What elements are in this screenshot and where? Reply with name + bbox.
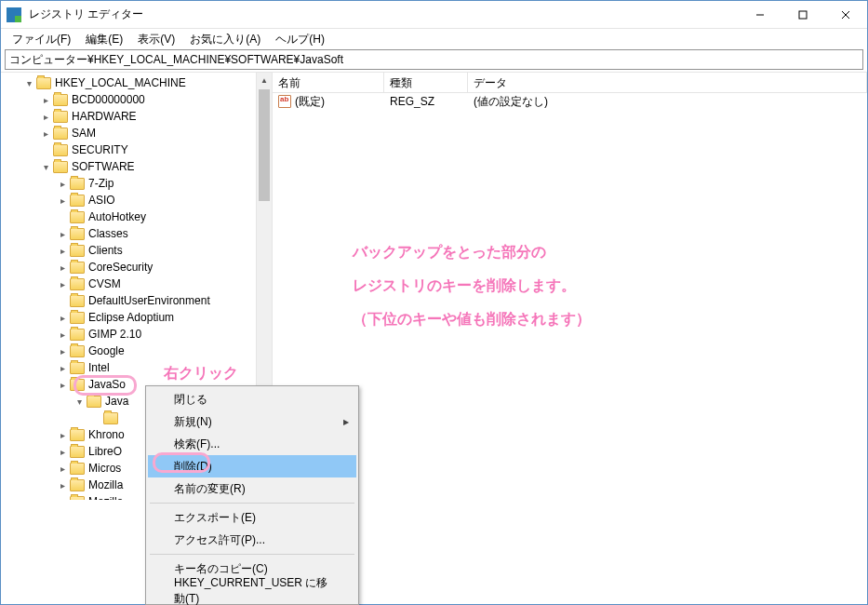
tree-item[interactable]: AutoHotkey bbox=[1, 208, 272, 225]
folder-icon bbox=[70, 262, 85, 274]
tree-item[interactable]: ▸Google bbox=[1, 343, 272, 359]
folder-icon bbox=[70, 379, 85, 391]
folder-icon bbox=[70, 195, 85, 207]
value-list-panel: 名前 種類 データ (既定) REG_SZ (値の設定なし) bbox=[273, 73, 867, 500]
expander-icon[interactable]: ▸ bbox=[38, 92, 53, 107]
expander-icon[interactable] bbox=[55, 293, 70, 308]
scroll-up-button[interactable]: ▲ bbox=[257, 73, 272, 88]
ctx-new[interactable]: 新規(N) bbox=[148, 410, 356, 433]
folder-icon bbox=[70, 429, 85, 441]
menu-file[interactable]: ファイル(F) bbox=[5, 30, 78, 49]
folder-icon bbox=[70, 463, 85, 475]
expander-icon[interactable] bbox=[55, 209, 70, 224]
close-button[interactable] bbox=[824, 1, 867, 29]
folder-icon bbox=[70, 278, 85, 290]
address-bar[interactable]: コンピューター¥HKEY_LOCAL_MACHINE¥SOFTWARE¥Java… bbox=[5, 49, 863, 70]
expander-icon[interactable]: ▸ bbox=[38, 126, 53, 141]
tree-label: HARDWARE bbox=[72, 110, 137, 123]
menu-favorites[interactable]: お気に入り(A) bbox=[182, 30, 268, 49]
tree-label: Google bbox=[88, 344, 125, 357]
expander-icon[interactable]: ▾ bbox=[38, 159, 53, 174]
tree-label: Micros bbox=[88, 462, 121, 475]
expander-icon[interactable]: ▸ bbox=[55, 444, 70, 459]
expander-icon[interactable]: ▸ bbox=[55, 260, 70, 275]
folder-icon bbox=[70, 496, 85, 501]
ctx-separator bbox=[150, 554, 354, 555]
expander-icon[interactable]: ▸ bbox=[55, 377, 70, 392]
tree-item[interactable]: ▸SAM bbox=[1, 125, 272, 141]
tree-label: Eclipse Adoptium bbox=[88, 311, 174, 324]
expander-icon[interactable]: ▸ bbox=[55, 276, 70, 291]
tree-label: Mozilla bbox=[88, 495, 123, 500]
tree-label: SAM bbox=[72, 127, 96, 140]
expander-icon[interactable]: ▸ bbox=[55, 461, 70, 476]
ctx-permissions[interactable]: アクセス許可(P)... bbox=[148, 529, 356, 551]
col-type[interactable]: 種類 bbox=[384, 73, 468, 92]
tree-item[interactable]: ▸Eclipse Adoptium bbox=[1, 309, 272, 326]
col-data[interactable]: データ bbox=[468, 73, 867, 92]
expander-icon[interactable]: ▸ bbox=[55, 176, 70, 191]
tree-item-root[interactable]: ▾HKEY_LOCAL_MACHINE bbox=[1, 74, 272, 91]
expander-icon[interactable]: ▸ bbox=[55, 343, 70, 358]
expander-icon[interactable] bbox=[38, 142, 53, 157]
ctx-delete[interactable]: 削除(D) bbox=[148, 455, 356, 477]
tree-item[interactable]: ▸CVSM bbox=[1, 276, 272, 292]
tree-label: ASIO bbox=[88, 194, 115, 207]
tree-item[interactable]: ▸HARDWARE bbox=[1, 108, 272, 125]
menubar: ファイル(F) 編集(E) 表示(V) お気に入り(A) ヘルプ(H) bbox=[1, 29, 867, 49]
expander-icon[interactable] bbox=[88, 410, 103, 425]
expander-icon[interactable]: ▸ bbox=[55, 427, 70, 442]
expander-icon[interactable]: ▸ bbox=[55, 310, 70, 325]
menu-help[interactable]: ヘルプ(H) bbox=[268, 30, 332, 49]
maximize-button[interactable] bbox=[781, 1, 824, 29]
tree-item[interactable]: ▸GIMP 2.10 bbox=[1, 326, 272, 343]
expander-icon[interactable]: ▾ bbox=[72, 394, 87, 409]
expander-icon[interactable]: ▸ bbox=[38, 109, 53, 124]
expander-icon[interactable]: ▾ bbox=[21, 75, 36, 90]
folder-icon bbox=[70, 178, 85, 190]
expander-icon[interactable]: ▸ bbox=[55, 494, 70, 500]
ctx-separator bbox=[150, 503, 354, 504]
tree-item[interactable]: ▸Classes bbox=[1, 225, 272, 242]
tree-item[interactable]: ▸Clients bbox=[1, 242, 272, 259]
minimize-button[interactable] bbox=[739, 1, 781, 29]
expander-icon[interactable]: ▸ bbox=[55, 327, 70, 342]
ctx-goto-hkcu[interactable]: HKEY_CURRENT_USER に移動(T) bbox=[148, 580, 356, 602]
folder-icon bbox=[53, 144, 68, 156]
ctx-find[interactable]: 検索(F)... bbox=[148, 433, 356, 455]
ctx-rename[interactable]: 名前の変更(R) bbox=[148, 477, 356, 500]
menu-edit[interactable]: 編集(E) bbox=[78, 30, 130, 49]
expander-icon[interactable]: ▸ bbox=[55, 193, 70, 208]
value-type: REG_SZ bbox=[384, 94, 468, 109]
ctx-export[interactable]: エクスポート(E) bbox=[148, 506, 356, 529]
expander-icon[interactable]: ▸ bbox=[55, 243, 70, 258]
folder-icon bbox=[70, 345, 85, 357]
value-data: (値の設定なし) bbox=[468, 93, 554, 111]
tree-item[interactable]: ▸BCD00000000 bbox=[1, 91, 272, 108]
tree-item[interactable]: ▸CoreSecurity bbox=[1, 259, 272, 276]
tree-label: SOFTWARE bbox=[72, 160, 135, 173]
ctx-close[interactable]: 閉じる bbox=[148, 388, 356, 410]
col-name[interactable]: 名前 bbox=[273, 73, 384, 92]
folder-icon bbox=[53, 94, 68, 106]
menu-view[interactable]: 表示(V) bbox=[130, 30, 182, 49]
tree-item[interactable]: ▸Intel bbox=[1, 359, 272, 376]
expander-icon[interactable]: ▸ bbox=[55, 360, 70, 375]
tree-label: Mozilla bbox=[88, 478, 123, 491]
tree-label: AutoHotkey bbox=[88, 210, 146, 223]
value-row[interactable]: (既定) REG_SZ (値の設定なし) bbox=[273, 93, 867, 110]
tree-item[interactable]: SECURITY bbox=[1, 141, 272, 158]
expander-icon[interactable]: ▸ bbox=[55, 477, 70, 492]
tree-item[interactable]: ▾SOFTWARE bbox=[1, 158, 272, 175]
folder-icon bbox=[70, 362, 85, 374]
expander-icon[interactable]: ▸ bbox=[55, 226, 70, 241]
scroll-thumb[interactable] bbox=[259, 89, 270, 201]
titlebar: レジストリ エディター bbox=[1, 1, 867, 29]
tree-item[interactable]: DefaultUserEnvironment bbox=[1, 292, 272, 309]
tree-label: Classes bbox=[88, 227, 128, 240]
window-title: レジストリ エディター bbox=[29, 7, 739, 22]
folder-icon bbox=[70, 228, 85, 240]
tree-item[interactable]: ▸7-Zip bbox=[1, 175, 272, 192]
context-menu: 閉じる 新規(N) 検索(F)... 削除(D) 名前の変更(R) エクスポート… bbox=[145, 385, 359, 605]
tree-item[interactable]: ▸ASIO bbox=[1, 192, 272, 208]
